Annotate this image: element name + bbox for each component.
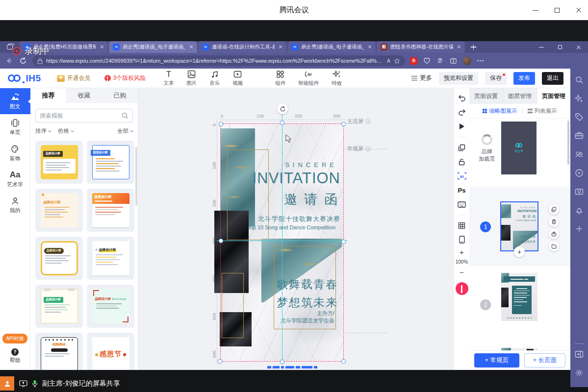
poster-text-slogan-2[interactable]: 梦想筑未来 bbox=[277, 295, 338, 310]
back-icon[interactable] bbox=[5, 56, 14, 65]
shopping-tag-icon[interactable] bbox=[575, 113, 584, 122]
price-dropdown[interactable]: 价格 bbox=[58, 127, 74, 135]
publish-button[interactable]: 发布 bbox=[513, 72, 535, 85]
template-card-6[interactable]: ＋品牌设计师 bbox=[87, 237, 134, 280]
media-play-icon[interactable] bbox=[575, 169, 584, 177]
save-button[interactable]: 保存 bbox=[485, 72, 507, 85]
undo-icon[interactable] bbox=[457, 93, 467, 103]
redo-icon[interactable] bbox=[457, 107, 467, 117]
delete-page-icon[interactable] bbox=[549, 217, 559, 227]
poster-text-subtitle[interactable]: 北斗学院十佳歌舞大赛决赛 bbox=[258, 215, 340, 223]
browser-tab-4[interactable]: ∞ 易企秀|邀请函_电子邀请函_电子 bbox=[287, 41, 376, 53]
add-sidebar-icon[interactable] bbox=[575, 224, 584, 233]
zoom-in-button[interactable]: + bbox=[460, 249, 464, 256]
refresh-icon[interactable] bbox=[19, 56, 27, 65]
poster-text-sincere[interactable]: SINCERE bbox=[285, 161, 337, 169]
template-search[interactable] bbox=[35, 109, 133, 122]
resize-handle-sw[interactable] bbox=[218, 359, 222, 364]
ai-frame-icon[interactable]: AI bbox=[457, 171, 467, 181]
maximize-icon[interactable] bbox=[553, 6, 562, 15]
play-icon[interactable] bbox=[457, 122, 467, 131]
eqxiu-logo[interactable]: IH5 bbox=[8, 73, 41, 84]
favorite-star-icon[interactable] bbox=[394, 58, 400, 64]
photoshop-icon[interactable]: Ps bbox=[457, 185, 467, 195]
browser-tab-3[interactable]: ∞ 邀请函-在线设计制作工具-易企秀 bbox=[198, 41, 286, 53]
add-normal-page-button[interactable]: + 常规页 bbox=[474, 353, 519, 368]
address-bar[interactable]: https://www.eqxiu.com/c/240999939?i=1&re… bbox=[32, 55, 405, 66]
tool-video[interactable]: 视频 bbox=[232, 70, 243, 87]
more-button[interactable]: 更多 bbox=[411, 74, 432, 82]
sidebar-item-art-text[interactable]: Aa 艺术字 bbox=[0, 166, 30, 192]
read-aloud-icon[interactable]: A bbox=[387, 58, 390, 64]
template-card-8[interactable]: 品牌设计师Brand design bbox=[87, 285, 134, 328]
template-card-10[interactable]: 感恩节 bbox=[87, 333, 134, 370]
notifications-icon[interactable] bbox=[575, 206, 584, 215]
sidebar-item-mine[interactable]: 我的 bbox=[0, 192, 30, 218]
tab-close-icon[interactable] bbox=[367, 44, 373, 50]
tool-effects[interactable]: 特效 bbox=[332, 70, 342, 87]
tab-close-icon[interactable] bbox=[456, 44, 462, 50]
brand-page-thumbnail[interactable]: 易企秀 bbox=[501, 122, 537, 174]
sidebar-item-decorations[interactable]: 装饰 bbox=[0, 140, 30, 166]
tool-music[interactable]: 音乐 bbox=[209, 70, 220, 87]
sort-dropdown[interactable]: 排序 bbox=[35, 127, 51, 135]
risk-warning-icon[interactable] bbox=[456, 282, 468, 295]
tools-icon[interactable] bbox=[575, 131, 584, 140]
design-canvas[interactable]: 0 100 200 300 0 100 200 300 400 500 600 … bbox=[138, 88, 454, 370]
sidebar-item-graphics[interactable]: 图文 bbox=[0, 88, 30, 114]
new-tab-icon[interactable] bbox=[468, 41, 480, 53]
poster-text-cn-title[interactable]: 邀请函 bbox=[284, 191, 344, 208]
coupon-icon[interactable]: 券 bbox=[410, 57, 417, 65]
grid-icon[interactable] bbox=[457, 220, 467, 230]
tab-layer-management[interactable]: 图层管理 bbox=[503, 88, 537, 104]
poster-text-invitation[interactable]: INVITATION bbox=[253, 170, 340, 187]
search-icon[interactable] bbox=[575, 75, 584, 84]
thumbnail-view-button[interactable]: 缩略图展示 bbox=[483, 107, 517, 115]
rotate-handle[interactable] bbox=[277, 103, 288, 114]
mobile-preview-icon[interactable] bbox=[457, 235, 467, 245]
tab-favorites[interactable]: 收藏 bbox=[66, 88, 102, 103]
poster-text-host-label[interactable]: 主办方/ bbox=[317, 310, 334, 317]
resize-handle-w[interactable] bbox=[219, 239, 223, 243]
question-icon[interactable]: ? bbox=[365, 119, 371, 124]
search-icon[interactable] bbox=[122, 112, 128, 119]
collections-icon[interactable] bbox=[436, 57, 444, 65]
tab-close-icon[interactable] bbox=[99, 44, 105, 50]
tab-purchased[interactable]: 已购 bbox=[102, 88, 138, 103]
sidebar-item-single-page[interactable]: 单页 bbox=[0, 114, 30, 140]
page-2-thumbnail[interactable] bbox=[501, 273, 537, 321]
copyright-risk-button[interactable]: 3个版权风险 bbox=[104, 74, 146, 82]
settings-gear-icon[interactable] bbox=[575, 368, 584, 377]
minimize-icon[interactable] bbox=[531, 6, 540, 15]
library-scrollbar[interactable] bbox=[135, 147, 137, 206]
tab-recommended[interactable]: 推荐 bbox=[30, 88, 66, 103]
resize-handle-s[interactable] bbox=[280, 360, 284, 364]
zoom-out-button[interactable]: − bbox=[460, 269, 464, 276]
resize-handle-ne[interactable] bbox=[341, 122, 346, 126]
tab-page-management[interactable]: 页面管理 bbox=[537, 88, 570, 104]
browser-essentials-icon[interactable] bbox=[423, 57, 431, 65]
folder-icon[interactable] bbox=[549, 241, 559, 251]
browser-menu-icon[interactable] bbox=[477, 60, 484, 62]
sharer-avatar[interactable] bbox=[0, 376, 14, 391]
browser-tab-5[interactable]: 图 图怪兽作图神器-在线图片编辑器 bbox=[377, 41, 465, 53]
help-button[interactable]: ? 帮助 bbox=[10, 348, 21, 364]
template-card-7[interactable]: 品牌设计师 bbox=[35, 285, 83, 328]
template-card-3[interactable]: 品牌设计师 bbox=[35, 189, 83, 232]
template-card-1[interactable]: 品牌设计师 bbox=[35, 141, 83, 184]
browser-minimize-icon[interactable] bbox=[532, 41, 551, 53]
template-card-2[interactable]: 视觉设计师 bbox=[87, 141, 134, 184]
tab-close-icon[interactable] bbox=[188, 44, 194, 50]
upgrade-vip-button[interactable]: 开通会员 bbox=[57, 74, 91, 82]
keyboard-icon[interactable] bbox=[457, 199, 467, 209]
sidebar-panel-icon[interactable] bbox=[575, 350, 584, 359]
category-dropdown[interactable]: 全部 bbox=[117, 127, 133, 135]
search-input[interactable] bbox=[40, 112, 119, 119]
resize-handle-nw[interactable] bbox=[219, 122, 223, 126]
list-view-button[interactable]: 列表展示 bbox=[528, 107, 557, 115]
close-icon[interactable] bbox=[574, 6, 583, 15]
poster-text-slogan-1[interactable]: 歌舞载青春 bbox=[277, 277, 338, 292]
tool-smart-component[interactable]: AI 智能组件 bbox=[298, 70, 319, 87]
template-card-9[interactable]: -招聘美设- bbox=[35, 333, 83, 370]
add-page-icon[interactable]: + bbox=[514, 246, 525, 257]
